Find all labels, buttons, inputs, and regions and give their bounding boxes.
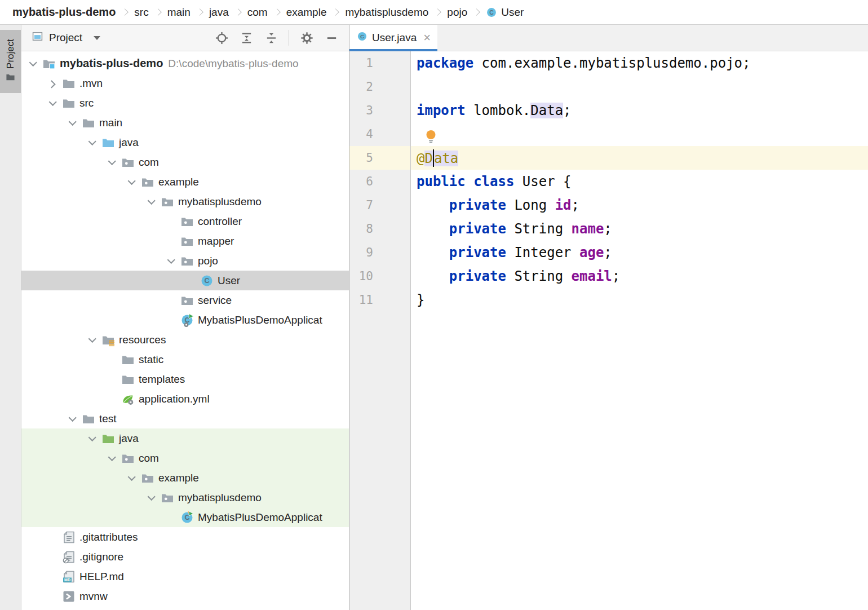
chevron-down-icon[interactable] xyxy=(82,337,101,343)
chevron-down-icon[interactable] xyxy=(62,120,82,126)
tree-item-label: User xyxy=(218,275,240,287)
code-line-11[interactable]: 11} xyxy=(349,288,868,312)
tab-user-java[interactable]: C User.java × xyxy=(349,25,437,51)
line-number[interactable]: 1 xyxy=(349,56,410,70)
tree-item-test[interactable]: test xyxy=(21,409,349,428)
tree-item-mapper[interactable]: mapper xyxy=(21,231,349,251)
tree-item-mvn[interactable]: .mvn xyxy=(21,73,349,93)
code-line-5[interactable]: 5@Data xyxy=(349,146,868,170)
chevron-down-icon[interactable] xyxy=(62,416,82,422)
tree-item-label: MybatisPlusDemoApplicat xyxy=(198,511,322,524)
tree-item-mybatis-plus-demo[interactable]: mybatis-plus-demoD:\code\mybatis-plus-de… xyxy=(21,54,349,73)
project-view-icon xyxy=(32,31,43,45)
breadcrumb-separator-icon xyxy=(154,8,162,16)
code-line-7[interactable]: 7 private Long id; xyxy=(349,193,868,217)
breadcrumb-item-com[interactable]: com xyxy=(247,6,268,19)
tree-item-src[interactable]: src xyxy=(21,93,349,113)
breadcrumb-item-java[interactable]: java xyxy=(209,6,229,19)
tree-item-pojo[interactable]: pojo xyxy=(21,251,349,271)
code-line-9[interactable]: 9 private Integer age; xyxy=(349,241,868,264)
main-area: Project Project mybatis-plus-demoD:\code… xyxy=(0,25,868,610)
tree-item-templates[interactable]: templates xyxy=(21,369,349,389)
tree-item-example[interactable]: example xyxy=(21,172,349,192)
tree-item-mybatisplusdemoapplicat[interactable]: CMybatisPlusDemoApplicat xyxy=(21,507,349,527)
line-number[interactable]: 3 xyxy=(349,104,410,117)
tree-item-gitignore[interactable]: .gitignore xyxy=(21,547,349,567)
line-number[interactable]: 7 xyxy=(349,198,410,212)
tree-item-application-yml[interactable]: application.yml xyxy=(21,389,349,409)
tree-item-mybatisplusdemoapplicat[interactable]: CMybatisPlusDemoApplicat xyxy=(21,310,349,330)
code-line-1[interactable]: 1package com.example.mybatisplusdemo.poj… xyxy=(349,51,868,75)
line-number[interactable]: 9 xyxy=(349,246,410,259)
breadcrumb-item-example[interactable]: example xyxy=(286,6,327,19)
tree-item-main[interactable]: main xyxy=(21,113,349,132)
chevron-down-icon[interactable] xyxy=(82,436,101,441)
close-icon[interactable]: × xyxy=(423,32,431,44)
hide-button[interactable] xyxy=(322,28,341,47)
tree-item-service[interactable]: service xyxy=(21,290,349,310)
folder-icon xyxy=(6,72,15,84)
breadcrumb-item-user[interactable]: CUser xyxy=(486,6,524,19)
project-panel-header: Project xyxy=(21,25,349,51)
tree-item-path-hint: D:\code\mybatis-plus-demo xyxy=(168,58,298,70)
chevron-down-icon[interactable] xyxy=(121,179,141,185)
line-number[interactable]: 8 xyxy=(349,222,410,236)
line-number[interactable]: 11 xyxy=(349,293,410,307)
code-line-8[interactable]: 8 private String name; xyxy=(349,217,868,241)
locate-button[interactable] xyxy=(212,28,231,47)
breadcrumb-item-pojo[interactable]: pojo xyxy=(447,6,467,19)
tree-item-resources[interactable]: resources xyxy=(21,330,349,350)
chevron-down-icon[interactable] xyxy=(141,199,161,205)
tree-item-label: java xyxy=(119,432,139,445)
code-line-6[interactable]: 6public class User { xyxy=(349,170,868,193)
code-line-2[interactable]: 2 xyxy=(349,75,868,99)
tree-item-static[interactable]: static xyxy=(21,350,349,369)
expand-all-button[interactable] xyxy=(237,28,256,47)
tree-item-example[interactable]: example xyxy=(21,468,349,488)
tree-item-label: example xyxy=(158,472,199,484)
line-number[interactable]: 2 xyxy=(349,80,410,94)
chevron-down-icon[interactable] xyxy=(101,456,121,461)
breadcrumb-item-mybatisplusdemo[interactable]: mybatisplusdemo xyxy=(345,6,428,19)
chevron-down-icon[interactable] xyxy=(101,160,121,165)
breadcrumb-item-src[interactable]: src xyxy=(134,6,148,19)
chevron-down-icon[interactable] xyxy=(141,495,161,501)
settings-button[interactable] xyxy=(297,28,316,47)
tree-item-com[interactable]: com xyxy=(21,448,349,468)
chevron-down-icon[interactable] xyxy=(23,61,42,67)
project-tree[interactable]: mybatis-plus-demoD:\code\mybatis-plus-de… xyxy=(21,51,349,610)
folder-resources-icon xyxy=(101,333,115,347)
code-text: } xyxy=(410,292,424,308)
collapse-all-button[interactable] xyxy=(262,28,281,47)
tree-item-mvnw[interactable]: mvnw xyxy=(21,586,349,606)
chevron-down-icon[interactable] xyxy=(121,475,141,481)
chevron-down-icon[interactable] xyxy=(42,100,62,106)
code-line-10[interactable]: 10 private String email; xyxy=(349,264,868,288)
breadcrumb-item-main[interactable]: main xyxy=(167,6,191,19)
tree-item-mybatisplusdemo[interactable]: mybatisplusdemo xyxy=(21,488,349,507)
code-area[interactable]: 1package com.example.mybatisplusdemo.poj… xyxy=(349,51,868,610)
line-number[interactable]: 10 xyxy=(349,269,410,283)
tree-item-mybatisplusdemo[interactable]: mybatisplusdemo xyxy=(21,192,349,211)
class-icon: C xyxy=(357,31,367,45)
tree-item-help-md[interactable]: MDHELP.md xyxy=(21,567,349,586)
breadcrumb-item-mybatis-plus-demo[interactable]: mybatis-plus-demo xyxy=(12,6,116,19)
tree-item-partial[interactable] xyxy=(21,606,349,610)
line-number[interactable]: 4 xyxy=(349,127,410,141)
tree-item-com[interactable]: com xyxy=(21,152,349,172)
tree-item-user[interactable]: CUser xyxy=(21,271,349,290)
tree-item-gitattributes[interactable]: .gitattributes xyxy=(21,527,349,547)
chevron-down-icon[interactable] xyxy=(82,140,101,145)
tree-item-java[interactable]: java xyxy=(21,428,349,448)
line-number[interactable]: 5 xyxy=(349,151,410,165)
chevron-down-icon[interactable] xyxy=(161,258,180,264)
project-view-selector[interactable]: Project xyxy=(32,31,100,45)
tree-item-java[interactable]: java xyxy=(21,132,349,152)
code-text: import lombok.Data; xyxy=(410,103,572,118)
line-number[interactable]: 6 xyxy=(349,175,410,188)
code-line-3[interactable]: 3import lombok.Data; xyxy=(349,99,868,122)
chevron-right-icon[interactable] xyxy=(42,81,62,86)
intention-bulb-icon[interactable] xyxy=(425,129,437,145)
tree-item-controller[interactable]: controller xyxy=(21,211,349,231)
stripe-tab-project[interactable]: Project xyxy=(0,30,21,93)
